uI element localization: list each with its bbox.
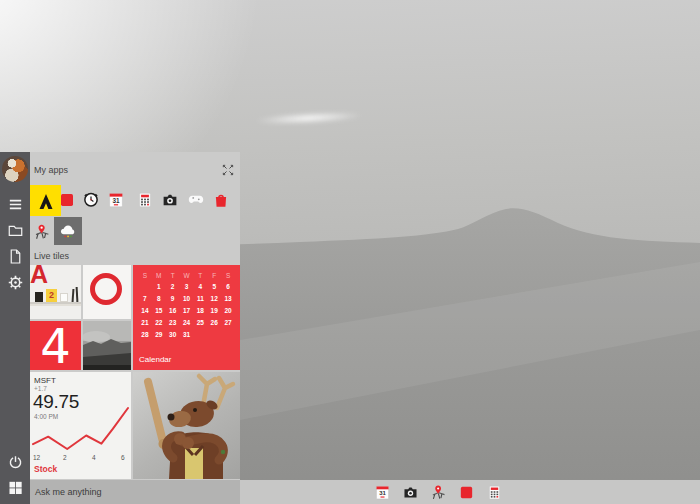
stock-x-tick: 2 (63, 454, 67, 461)
shelf-number-card: 2 (46, 289, 57, 302)
calendar-day-header: T (193, 271, 207, 280)
my-apps-title: My apps (34, 165, 68, 175)
hamburger-icon[interactable] (0, 192, 30, 216)
document-icon[interactable] (0, 244, 30, 268)
stock-label: Stock (34, 464, 57, 474)
stock-x-tick: 4 (92, 454, 96, 461)
folder-icon[interactable] (0, 218, 30, 242)
tile-date[interactable]: 4 (30, 321, 81, 370)
calendar-date-cell: 16 (166, 306, 180, 316)
search-bar[interactable]: Ask me anything (30, 480, 240, 504)
calendar-date-cell: 26 (207, 318, 221, 328)
date-number: 4 (40, 323, 71, 369)
calendar-day-header: T (166, 271, 180, 280)
calendar-date-cell (138, 282, 152, 292)
tile-deer-photo[interactable] (133, 372, 240, 479)
calculator-icon[interactable] (486, 484, 503, 501)
calendar-date-cell: 15 (152, 306, 166, 316)
svg-text:31: 31 (112, 197, 120, 204)
live-tiles-label: Live tiles (34, 251, 69, 261)
shelf-letter: A (30, 265, 48, 289)
weather-cloud-icon[interactable] (54, 217, 82, 245)
calendar-date-cell: 4 (193, 282, 207, 292)
mountain-photo (83, 321, 131, 370)
calendar-date-cell: 12 (207, 294, 221, 304)
taskbar-icons: 31 (374, 483, 503, 501)
power-icon[interactable] (0, 450, 30, 474)
calendar-date-cell: 11 (193, 294, 207, 304)
calendar-date-cell: 17 (180, 306, 194, 316)
expand-arrows-icon[interactable] (221, 163, 235, 177)
stock-symbol: MSFT (34, 376, 56, 385)
calendar-date-cell (193, 330, 207, 340)
shelf-mug (60, 293, 68, 302)
calendar-date-cell: 7 (138, 294, 152, 304)
calendar-date-cell: 30 (166, 330, 180, 340)
gear-icon[interactable] (0, 270, 30, 294)
calendar-date-cell: 29 (152, 330, 166, 340)
calendar-day-header: M (152, 271, 166, 280)
calendar-31-icon[interactable]: 31 (107, 191, 125, 209)
maps-pin-icon[interactable] (430, 484, 447, 501)
calendar-date-cell: 6 (221, 282, 235, 292)
user-avatar[interactable] (2, 156, 28, 182)
camera-icon[interactable] (161, 191, 179, 209)
calculator-icon[interactable] (136, 191, 154, 209)
shelf-utensil (72, 289, 75, 302)
calendar-date-cell: 20 (221, 306, 235, 316)
alarm-clock-icon[interactable] (82, 190, 100, 208)
calendar-day-header: S (138, 271, 152, 280)
calendar-date-cell: 28 (138, 330, 152, 340)
calendar-date-cell: 10 (180, 294, 194, 304)
calendar-date-cell: 24 (180, 318, 194, 328)
maps-pin-icon[interactable] (33, 223, 51, 241)
calendar-date-cell: 14 (138, 306, 152, 316)
calendar-date-cell: 25 (193, 318, 207, 328)
camera-icon[interactable] (402, 484, 419, 501)
shopping-bag-icon[interactable] (212, 191, 230, 209)
calendar-day-header: F (207, 271, 221, 280)
calendar-label: Calendar (139, 355, 171, 364)
calendar-day-header: W (180, 271, 194, 280)
calendar-date-cell: 13 (221, 294, 235, 304)
stock-x-tick: 12 (33, 454, 40, 461)
stock-chart (32, 402, 129, 452)
calendar-date-cell: 8 (152, 294, 166, 304)
sidebar (0, 152, 30, 504)
tile-calendar[interactable]: SMTWTFS123456789101112131415161718192021… (133, 265, 240, 370)
windows-logo-icon[interactable] (0, 475, 30, 499)
red-ring (90, 273, 122, 305)
calendar-date-cell (221, 330, 235, 340)
calendar-date-cell: 9 (166, 294, 180, 304)
calendar-date-cell: 18 (193, 306, 207, 316)
shelf-utensil (76, 287, 79, 302)
calendar-day-header: S (221, 271, 235, 280)
calendar-date-cell (207, 330, 221, 340)
red-square-icon[interactable] (458, 484, 475, 501)
calendar-date-cell: 1 (152, 282, 166, 292)
start-menu: My apps 31 Live tiles A 2 SMTWTFS1234567… (30, 152, 240, 480)
tile-stock[interactable]: MSFT +1.7 49.75 4:00 PM 12246 Stock (30, 372, 131, 479)
calendar-31-icon[interactable]: 31 (374, 484, 391, 501)
shelf-object (35, 292, 43, 302)
search-placeholder: Ask me anything (35, 487, 102, 497)
xbox-controller-icon[interactable] (187, 190, 205, 208)
calendar-grid: SMTWTFS123456789101112131415161718192021… (138, 271, 235, 340)
desktop: 31 Ask me anything My apps 31 Live tiles… (0, 0, 700, 504)
tile-mountain-photo[interactable] (83, 321, 131, 370)
calendar-date-cell: 3 (180, 282, 194, 292)
calendar-date-cell: 21 (138, 318, 152, 328)
calendar-date-cell: 19 (207, 306, 221, 316)
calendar-date-cell: 2 (166, 282, 180, 292)
svg-text:31: 31 (379, 490, 386, 496)
red-square-icon[interactable] (58, 191, 76, 209)
shelf-shadow (30, 304, 81, 306)
calendar-date-cell: 5 (207, 282, 221, 292)
calendar-date-cell: 22 (152, 318, 166, 328)
calendar-date-cell: 27 (221, 318, 235, 328)
tile-red-circle[interactable] (83, 265, 131, 319)
calendar-date-cell: 23 (166, 318, 180, 328)
tile-photo-shelf[interactable]: A 2 (30, 265, 81, 319)
stock-x-tick: 6 (121, 454, 125, 461)
arrow-app-icon[interactable] (30, 185, 61, 216)
